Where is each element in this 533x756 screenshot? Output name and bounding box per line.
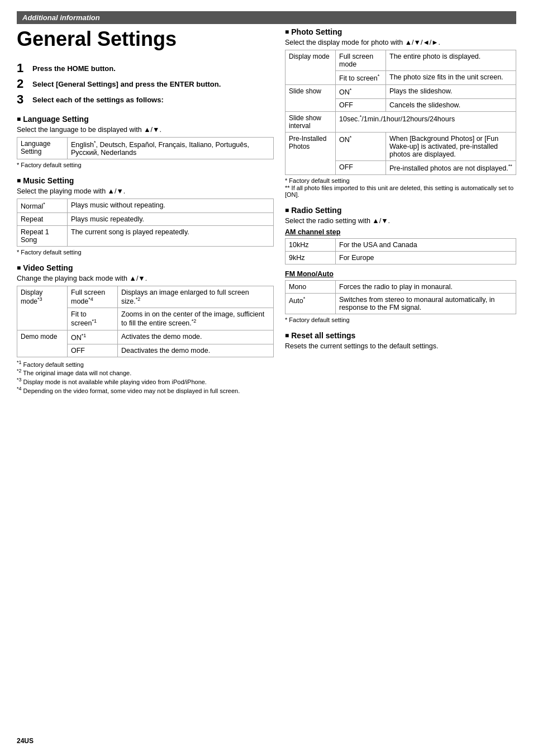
left-column: General Settings 1 Press the HOME button…: [17, 27, 274, 401]
language-desc: Select the language to be displayed with…: [17, 126, 274, 134]
table-row: 9kHz For Europe: [285, 252, 516, 264]
radio-section: Radio Setting Select the radio setting w…: [285, 206, 516, 323]
step-1-text: Press the HOME button.: [32, 62, 116, 73]
table-row: Auto* Switches from stereo to monaural a…: [285, 294, 516, 314]
music-footnote: * Factory default setting: [17, 249, 274, 256]
fm-mono: Mono: [285, 281, 336, 294]
photo-desc: Select the display mode for photo with ▲…: [285, 39, 516, 46]
step-1: 1 Press the HOME button.: [17, 62, 274, 74]
fm-mono-desc: Forces the radio to play in monaural.: [336, 281, 516, 294]
language-footnote: * Factory default setting: [17, 162, 274, 168]
radio-desc: Select the radio setting with ▲/▼.: [285, 217, 516, 225]
photo-preinstalled-off: OFF: [336, 161, 386, 175]
video-footnote-4: *4 Depending on the video format, some v…: [17, 386, 274, 394]
photo-display-mode-label: Display mode: [285, 50, 336, 85]
language-section: Language Setting Select the language to …: [17, 115, 274, 168]
am-table: 10kHz For the USA and Canada 9kHz For Eu…: [285, 238, 516, 264]
table-row: Slide show interval 10sec.*/1min./1hour/…: [285, 112, 516, 133]
video-footnote-2: *2 The original image data will not chan…: [17, 368, 274, 376]
video-demo-mode-label: Demo mode: [17, 330, 68, 357]
music-heading: Music Setting: [17, 176, 274, 185]
music-table: Normal* Plays music without repeating. R…: [17, 199, 274, 247]
fm-auto-desc: Switches from stereo to monaural automat…: [336, 294, 516, 314]
photo-section: Photo Setting Select the display mode fo…: [285, 27, 516, 198]
photo-preinstalled-off-desc: Pre-installed photos are not displayed.*…: [386, 161, 516, 175]
video-section: Video Setting Change the playing back mo…: [17, 263, 274, 394]
video-fullscreen-desc: Displays an image enlarged to full scree…: [118, 286, 274, 308]
table-row: Normal* Plays music without repeating.: [17, 199, 274, 213]
video-fit-screen: Fit to screen*1: [68, 308, 118, 330]
step-1-number: 1: [17, 62, 28, 74]
video-table: Display mode*3 Full screen mode*4 Displa…: [17, 286, 274, 357]
am-channel-heading: AM channel step: [285, 228, 516, 236]
radio-footnote: * Factory default setting: [285, 316, 516, 323]
video-demo-off: OFF: [68, 344, 118, 357]
step-3-text: Select each of the settings as follows:: [32, 93, 164, 104]
table-row: Demo mode ON*1 Activates the demo mode.: [17, 330, 274, 344]
photo-fullscreen-desc: The entire photo is displayed.: [386, 50, 516, 71]
music-desc: Select the playing mode with ▲/▼.: [17, 187, 274, 195]
step-3: 3 Select each of the settings as follows…: [17, 93, 274, 106]
video-footnote-3: *3 Display mode is not available while p…: [17, 377, 274, 385]
music-desc-3: The current song is played repeatedly.: [68, 226, 274, 247]
photo-slideshow-on: ON*: [336, 85, 386, 99]
photo-fit-screen: Fit to screen*: [336, 71, 386, 85]
video-footnote-1: *1 Factory default setting: [17, 360, 274, 368]
music-desc-2: Plays music repeatedly.: [68, 213, 274, 226]
table-row: Pre-Installed Photos ON* When [Backgroun…: [285, 133, 516, 161]
photo-footnote-1: * Factory default setting: [285, 177, 516, 184]
fm-auto: Auto*: [285, 294, 336, 314]
step-3-number: 3: [17, 93, 28, 106]
photo-fit-screen-desc: The photo size fits in the unit screen.: [386, 71, 516, 85]
table-row: 10kHz For the USA and Canada: [285, 239, 516, 252]
photo-footnotes: * Factory default setting ** If all phot…: [285, 177, 516, 198]
table-row: Display mode*3 Full screen mode*4 Displa…: [17, 286, 274, 308]
step-2-text: Select [General Settings] and press the …: [32, 78, 221, 88]
music-mode-3: Repeat 1 Song: [17, 226, 68, 247]
photo-footnote-2: ** If all photo files imported to this u…: [285, 185, 516, 198]
page-title: General Settings: [17, 27, 274, 51]
table-row: Language Setting English*, Deutsch, Espa…: [17, 138, 274, 159]
music-mode-1: Normal*: [17, 199, 68, 213]
reset-desc: Resets the current settings to the defau…: [285, 342, 516, 350]
photo-fullscreen: Full screen mode: [336, 50, 386, 71]
language-table: Language Setting English*, Deutsch, Espa…: [17, 137, 274, 159]
video-demo-off-desc: Deactivates the demo mode.: [118, 344, 274, 357]
reset-heading: Reset all settings: [285, 331, 516, 340]
video-display-mode-label: Display mode*3: [17, 286, 68, 330]
music-desc-1: Plays music without repeating.: [68, 199, 274, 213]
video-demo-on: ON*1: [68, 330, 118, 344]
photo-table: Display mode Full screen mode The entire…: [285, 50, 516, 175]
photo-preinstalled-on: ON*: [336, 133, 386, 161]
photo-preinstalled-on-desc: When [Background Photos] or [Fun Wake-up…: [386, 133, 516, 161]
video-fit-screen-desc: Zooms in on the center of the image, suf…: [118, 308, 274, 330]
music-section: Music Setting Select the playing mode wi…: [17, 176, 274, 256]
video-desc: Change the playing back mode with ▲/▼.: [17, 275, 274, 282]
video-heading: Video Setting: [17, 263, 274, 272]
photo-interval-label: Slide show interval: [285, 112, 336, 133]
right-column: Photo Setting Select the display mode fo…: [285, 27, 516, 401]
reset-section: Reset all settings Resets the current se…: [285, 331, 516, 350]
photo-preinstalled-label: Pre-Installed Photos: [285, 133, 336, 175]
video-footnotes: *1 Factory default setting *2 The origin…: [17, 360, 274, 394]
photo-slideshow-label: Slide show: [285, 85, 336, 112]
video-demo-on-desc: Activates the demo mode.: [118, 330, 274, 344]
table-row: Mono Forces the radio to play in monaura…: [285, 281, 516, 294]
table-row: Display mode Full screen mode The entire…: [285, 50, 516, 71]
photo-interval-value: 10sec.*/1min./1hour/12hours/24hours: [336, 112, 516, 133]
table-row: Repeat 1 Song The current song is played…: [17, 226, 274, 247]
video-fullscreen: Full screen mode*4: [68, 286, 118, 308]
am-9khz: 9kHz: [285, 252, 336, 264]
radio-heading: Radio Setting: [285, 206, 516, 215]
table-row: Slide show ON* Plays the slideshow.: [285, 85, 516, 99]
table-row: Repeat Plays music repeatedly.: [17, 213, 274, 226]
photo-slideshow-on-desc: Plays the slideshow.: [386, 85, 516, 99]
language-label: Language Setting: [17, 138, 68, 159]
am-10khz: 10kHz: [285, 239, 336, 252]
additional-info-banner: Additional information: [17, 11, 516, 24]
language-value: English*, Deutsch, Español, Français, It…: [68, 138, 274, 159]
am-10khz-desc: For the USA and Canada: [336, 239, 516, 252]
am-9khz-desc: For Europe: [336, 252, 516, 264]
photo-slideshow-off-desc: Cancels the slideshow.: [386, 99, 516, 112]
fm-heading: FM Mono/Auto: [285, 270, 516, 278]
